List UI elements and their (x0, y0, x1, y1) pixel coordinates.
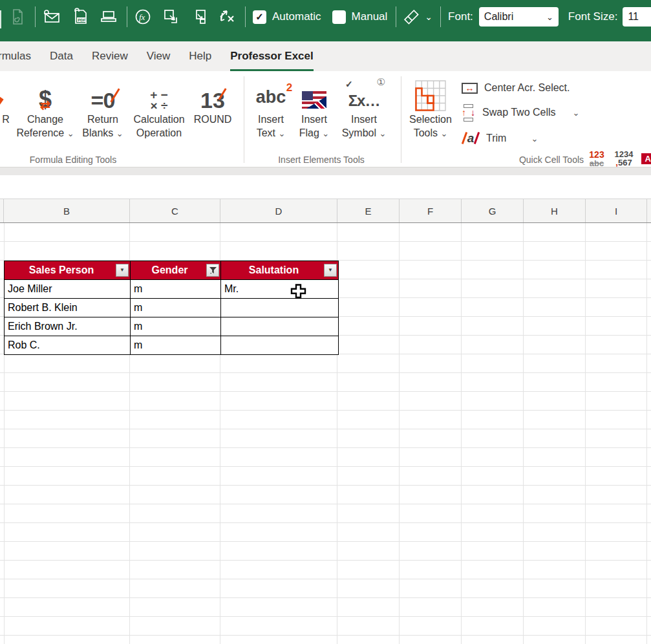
spreadsheet-grid[interactable]: Sales Person ▼ Gender Salutation ▼ (0, 223, 651, 644)
button-label: ROUND (191, 113, 234, 126)
automatic-checkbox[interactable]: ✓ (253, 10, 266, 24)
ribbon-tab-bar: rmulas Data Review View Help Professor E… (0, 41, 651, 71)
cut-button-label: R (0, 113, 17, 126)
column-header-C[interactable]: C (130, 199, 220, 222)
manual-checkbox[interactable] (332, 10, 346, 24)
round-button[interactable]: 13 ROUND (191, 75, 234, 151)
uppercase-button[interactable]: AB (639, 147, 651, 169)
tab-review[interactable]: Review (92, 41, 128, 71)
swap-two-cells-button[interactable]: ↑ ↓ Swap Two Cells ⌄ (462, 103, 579, 122)
column-header-E[interactable]: E (337, 199, 400, 222)
cell-gender[interactable]: m (131, 299, 221, 317)
cell-name[interactable]: Erich Brown Jr. (5, 317, 131, 336)
cell-salutation[interactable] (221, 299, 339, 317)
filter-dropdown-button[interactable]: ▼ (116, 264, 129, 277)
column-header-G[interactable]: G (462, 199, 524, 222)
chevron-down-icon: ⌄ (440, 129, 447, 138)
cell-gender[interactable]: m (131, 317, 221, 336)
cell-name[interactable]: Robert B. Klein (5, 299, 131, 317)
column-header-F[interactable]: F (400, 199, 462, 222)
ribbon-lower-strip (0, 167, 651, 175)
excel-window: { "toolbar": { "automatic_label": "Autom… (0, 0, 651, 644)
eraser-icon (401, 8, 421, 26)
column-header-I[interactable]: I (586, 199, 647, 222)
insert-text-button[interactable]: abc2 Insert Text ⌄ (248, 75, 293, 151)
toolbar-separator (127, 6, 127, 27)
text-to-number-button[interactable]: 123 abc (584, 147, 609, 169)
sales-person-table: Sales Person ▼ Gender Salutation ▼ (4, 261, 339, 355)
dropdown-arrow-icon: ▼ (328, 268, 333, 273)
thousands-separator-button[interactable]: 1234 ,567 (612, 147, 636, 169)
cell-name[interactable]: Joe Miller (5, 280, 131, 299)
trim-button[interactable]: a Trim ⌄ (462, 129, 538, 147)
group-label-formula-editing: Formula Editing Tools (30, 155, 116, 165)
button-label: Text (257, 127, 275, 138)
group-divider (401, 76, 401, 163)
insert-symbol-button[interactable]: Σx… ✓ ① Insert Symbol ⌄ (335, 75, 393, 151)
send-as-pdf-button[interactable]: PDF (70, 6, 90, 28)
attach-workbook-button[interactable] (8, 6, 27, 28)
header-cell-sales-person[interactable]: Sales Person ▼ (5, 261, 131, 280)
column-header-row: B C D E F G H I (0, 199, 651, 223)
cell-salutation[interactable] (221, 317, 339, 336)
button-label: Swap Two Cells (482, 107, 556, 118)
formula-tool-button[interactable]: fx (133, 6, 153, 28)
table-row: Joe Miller m Mr. (5, 280, 339, 299)
tab-view[interactable]: View (147, 41, 171, 71)
eraser-button[interactable] (401, 6, 421, 28)
gridline (585, 223, 586, 644)
button-label: Symbol (342, 127, 376, 138)
column-header-H[interactable]: H (524, 199, 586, 222)
center-across-selection-button[interactable]: ↔ Center Acr. Select. (462, 79, 570, 97)
tab-help[interactable]: Help (189, 41, 211, 71)
column-header-D[interactable]: D (220, 199, 337, 222)
return-blanks-button[interactable]: =0 Return Blanks ⌄ (78, 75, 128, 151)
button-label: Change (16, 113, 75, 126)
chevron-down-icon: ⌄ (379, 129, 386, 138)
selection-tools-button[interactable]: Selection Tools ⌄ (404, 75, 457, 151)
calculation-operation-button[interactable]: + − × ÷ Calculation Operation (127, 75, 191, 151)
button-label: Operation (127, 126, 191, 140)
insert-flag-icon (292, 75, 336, 113)
gridline (461, 223, 462, 644)
cut-off-ribbon-button[interactable]: R (0, 75, 17, 151)
font-size-select[interactable]: 11 ⌄ (623, 7, 651, 27)
window-edge-sliver (0, 10, 1, 28)
convert-formulas-sheet-button[interactable] (189, 6, 209, 28)
cell-gender[interactable]: m (131, 280, 221, 299)
button-label: Insert (292, 113, 336, 126)
cell-gender[interactable]: m (131, 336, 221, 355)
print-button[interactable] (99, 6, 118, 28)
header-cell-gender[interactable]: Gender (131, 261, 221, 280)
send-as-attachment-button[interactable] (42, 6, 61, 28)
chevron-down-icon: ⌄ (67, 129, 74, 138)
formula-bar-area (0, 175, 651, 199)
tab-formulas[interactable]: rmulas (0, 41, 31, 71)
filter-funnel-button[interactable] (206, 264, 219, 277)
pdf-attachment-icon: PDF (71, 8, 89, 26)
change-reference-button[interactable]: $ ⇄ Change Reference ⌄ (16, 75, 75, 151)
font-size-value: 11 (628, 11, 639, 23)
insert-flag-button[interactable]: Insert Flag ⌄ (292, 75, 336, 151)
eraser-dropdown-chevron[interactable]: ⌄ (425, 12, 432, 22)
tab-data[interactable]: Data (50, 41, 73, 71)
trim-icon: a (462, 131, 480, 146)
remove-links-button[interactable] (217, 6, 236, 28)
button-label: Flag (299, 127, 319, 138)
cell-salutation[interactable] (221, 336, 339, 355)
convert-formulas-range-button[interactable] (161, 6, 180, 28)
filter-dropdown-button[interactable]: ▼ (324, 264, 337, 277)
column-header-B[interactable]: B (4, 199, 130, 222)
tab-professor-excel[interactable]: Professor Excel (230, 41, 314, 71)
font-select[interactable]: Calibri ⌄ (479, 7, 559, 27)
chevron-down-icon: ⌄ (116, 129, 123, 138)
header-label: Salutation (249, 264, 299, 275)
toolbar-separator (440, 6, 441, 27)
cell-name[interactable]: Rob C. (5, 336, 131, 355)
cell-salutation[interactable]: Mr. (221, 280, 339, 299)
box-arrow-alt-icon (190, 8, 208, 26)
table-row: Rob C. m (5, 336, 339, 355)
insert-symbol-icon: Σx… ✓ ① (335, 75, 393, 113)
funnel-icon (209, 266, 217, 274)
header-cell-salutation[interactable]: Salutation ▼ (221, 261, 339, 280)
